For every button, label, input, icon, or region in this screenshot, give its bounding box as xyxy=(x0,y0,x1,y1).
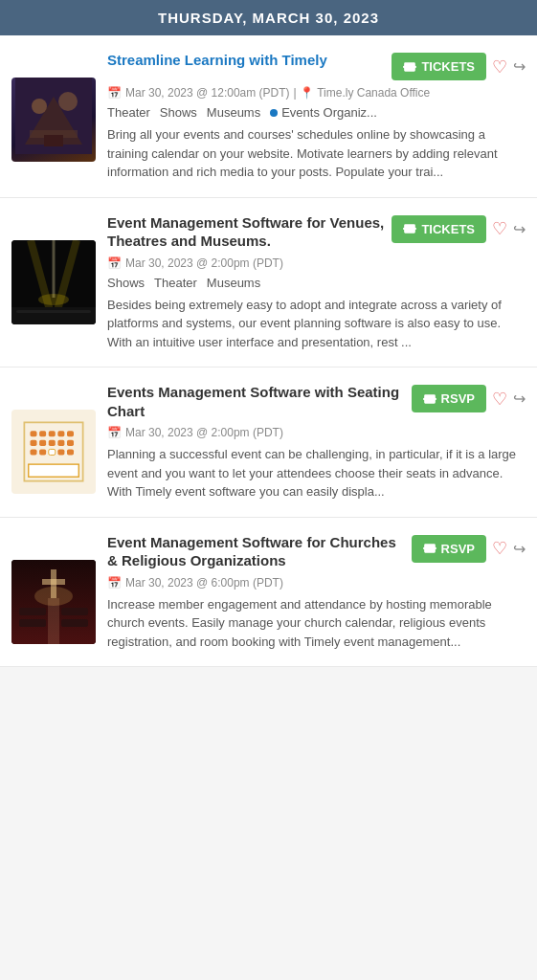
share-icon[interactable]: ↪ xyxy=(513,57,526,76)
date-header: THURSDAY, MARCH 30, 2023 xyxy=(0,0,537,35)
calendar-icon: 📅 xyxy=(107,86,122,100)
event-content: Event Management Software for Venues, Th… xyxy=(107,213,526,352)
event-content: Streamline Learning with Timely TICKETS … xyxy=(107,51,526,182)
event-meta: 📅 Mar 30, 2023 @ 2:00pm (PDT) xyxy=(107,426,526,439)
svg-point-3 xyxy=(32,99,47,114)
svg-rect-30 xyxy=(67,449,74,455)
svg-rect-35 xyxy=(61,608,88,615)
event-tag: Shows xyxy=(160,105,197,120)
svg-rect-18 xyxy=(49,431,56,436)
event-thumbnail xyxy=(11,78,96,162)
event-tag: Theater xyxy=(107,105,150,120)
svg-rect-26 xyxy=(31,449,37,455)
event-date: Mar 30, 2023 @ 2:00pm (PDT) xyxy=(125,256,283,270)
event-meta: 📅 Mar 30, 2023 @ 2:00pm (PDT) xyxy=(107,256,526,270)
svg-rect-36 xyxy=(61,619,88,627)
event-cta-button[interactable]: RSVP xyxy=(412,385,486,412)
event-description: Planning a successful event can be chall… xyxy=(107,445,526,501)
event-card: Events Management Software with Seating … xyxy=(0,368,537,518)
event-title: Event Management Software for Venues, Th… xyxy=(107,213,384,251)
event-location: | 📍 Time.ly Canada Office xyxy=(294,86,431,100)
svg-rect-23 xyxy=(49,440,56,446)
calendar-icon: 📅 xyxy=(107,576,122,590)
svg-rect-24 xyxy=(57,440,64,446)
share-icon[interactable]: ↪ xyxy=(513,540,526,558)
event-date: Mar 30, 2023 @ 6:00pm (PDT) xyxy=(125,576,283,590)
calendar-icon: 📅 xyxy=(107,256,122,270)
svg-rect-21 xyxy=(31,440,37,446)
svg-rect-25 xyxy=(67,440,74,446)
svg-rect-5 xyxy=(44,135,63,146)
svg-rect-27 xyxy=(39,449,46,455)
event-card: Event Management Software for Venues, Th… xyxy=(0,198,537,368)
svg-rect-11 xyxy=(11,307,96,324)
event-thumbnail-concert xyxy=(11,240,96,324)
svg-rect-20 xyxy=(67,431,74,436)
event-date: Mar 30, 2023 @ 2:00pm (PDT) xyxy=(125,426,283,439)
share-icon[interactable]: ↪ xyxy=(513,390,526,408)
event-actions: TICKETS ♡ ↪ xyxy=(392,53,526,80)
favorite-icon[interactable]: ♡ xyxy=(492,218,507,239)
event-title: Events Management Software with Seating … xyxy=(107,383,404,420)
event-tags: TheaterShowsMuseums Events Organiz... xyxy=(107,105,526,120)
event-thumbnail-seating xyxy=(11,410,96,494)
calendar-icon: 📅 xyxy=(107,426,122,439)
event-thumbnail-church xyxy=(11,560,96,644)
event-title: Event Management Software for Churches &… xyxy=(107,533,404,570)
ticket-icon xyxy=(403,60,416,74)
favorite-icon[interactable]: ♡ xyxy=(492,56,507,78)
event-thumbnail xyxy=(11,560,96,644)
event-title: Streamline Learning with Timely xyxy=(107,51,384,70)
event-content: Event Management Software for Churches &… xyxy=(107,533,526,652)
event-actions: TICKETS ♡ ↪ xyxy=(392,215,526,243)
event-description: Increase member engagement and attendanc… xyxy=(107,595,526,652)
svg-rect-34 xyxy=(19,619,46,627)
event-meta: 📅 Mar 30, 2023 @ 6:00pm (PDT) xyxy=(107,576,526,590)
event-date: Mar 30, 2023 @ 12:00am (PDT) xyxy=(125,86,290,100)
event-header-row: Event Management Software for Churches &… xyxy=(107,533,526,570)
event-tag: Museums xyxy=(207,276,260,290)
svg-rect-16 xyxy=(31,431,37,436)
svg-rect-28 xyxy=(49,449,56,455)
svg-rect-17 xyxy=(39,431,46,436)
svg-point-4 xyxy=(58,92,78,111)
event-description: Besides being extremely easy to adopt an… xyxy=(107,296,526,352)
event-content: Events Management Software with Seating … xyxy=(107,383,526,501)
svg-rect-40 xyxy=(42,579,65,585)
svg-rect-19 xyxy=(57,431,64,436)
share-icon[interactable]: ↪ xyxy=(513,220,526,238)
event-header-row: Event Management Software for Venues, Th… xyxy=(107,213,526,251)
svg-rect-22 xyxy=(39,440,46,446)
event-tag: Museums xyxy=(207,105,260,120)
event-meta: 📅 Mar 30, 2023 @ 12:00am (PDT) | 📍 Time.… xyxy=(107,86,526,100)
event-card: Event Management Software for Churches &… xyxy=(0,518,537,668)
event-thumbnail xyxy=(11,410,96,494)
event-header-row: Events Management Software with Seating … xyxy=(107,383,526,420)
svg-point-10 xyxy=(38,294,69,305)
ticket-icon xyxy=(423,392,436,406)
ticket-icon xyxy=(423,542,436,555)
event-description: Bring all your events and courses' sched… xyxy=(107,125,526,182)
event-thumbnail-theater xyxy=(11,78,96,162)
event-tag: Theater xyxy=(154,276,197,290)
event-actions: RSVP ♡ ↪ xyxy=(412,385,526,412)
event-actions: RSVP ♡ ↪ xyxy=(412,535,526,563)
svg-rect-29 xyxy=(57,449,64,455)
event-cta-button[interactable]: TICKETS xyxy=(392,53,486,80)
event-tag-extra: Events Organiz... xyxy=(270,105,377,120)
favorite-icon[interactable]: ♡ xyxy=(492,389,507,410)
svg-rect-33 xyxy=(19,608,46,615)
svg-rect-12 xyxy=(16,310,91,313)
event-card: Streamline Learning with Timely TICKETS … xyxy=(0,35,537,198)
event-tags: ShowsTheaterMuseums xyxy=(107,276,526,290)
favorite-icon[interactable]: ♡ xyxy=(492,538,507,559)
event-tag: Shows xyxy=(107,276,145,290)
event-cta-button[interactable]: TICKETS xyxy=(392,215,486,243)
event-cta-button[interactable]: RSVP xyxy=(412,535,486,563)
svg-rect-15 xyxy=(29,464,79,477)
event-thumbnail xyxy=(11,240,96,324)
ticket-icon xyxy=(403,222,416,235)
event-header-row: Streamline Learning with Timely TICKETS … xyxy=(107,51,526,80)
